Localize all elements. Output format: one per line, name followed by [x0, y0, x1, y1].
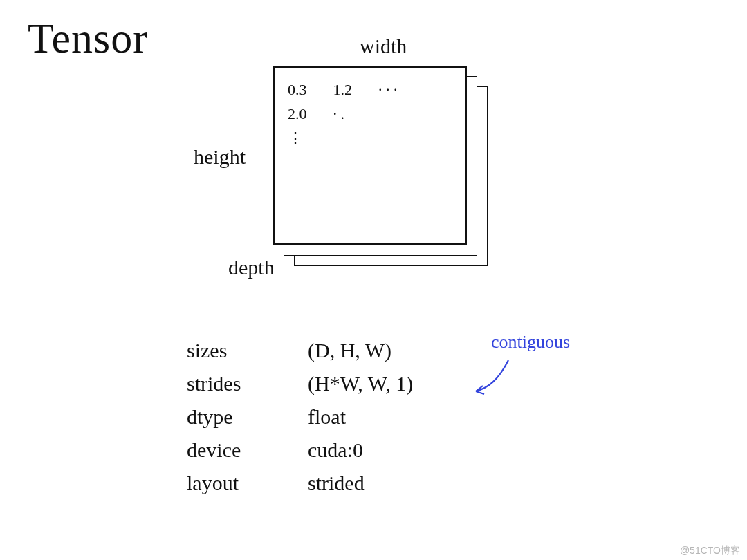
- prop-key: dtype: [187, 405, 308, 429]
- prop-key: sizes: [187, 339, 308, 362]
- prop-strides: strides (H*W, W, 1): [187, 372, 413, 395]
- cell-1-ddots: · .: [333, 102, 375, 126]
- prop-key: layout: [187, 472, 308, 495]
- label-height: height: [194, 145, 246, 169]
- cell-1-0: 2.0: [288, 102, 329, 126]
- label-width: width: [360, 35, 407, 58]
- cell-vdots: ⋮: [288, 126, 329, 150]
- prop-value: float: [308, 405, 346, 429]
- prop-key: device: [187, 438, 308, 462]
- annotation-contiguous: contiguous: [491, 332, 570, 353]
- prop-layout: layout strided: [187, 472, 413, 495]
- prop-device: device cuda:0: [187, 438, 413, 462]
- prop-dtype: dtype float: [187, 405, 413, 429]
- cell-0-1: 1.2: [333, 77, 375, 102]
- prop-value: cuda:0: [308, 438, 363, 462]
- cell-0-0: 0.3: [288, 77, 329, 102]
- annotation-arrow-icon: [470, 357, 519, 398]
- properties-list: sizes (D, H, W) strides (H*W, W, 1) dtyp…: [187, 339, 413, 505]
- tensor-stack: 0.3 1.2 · · · 2.0 · . ⋮: [273, 66, 501, 273]
- prop-sizes: sizes (D, H, W): [187, 339, 413, 362]
- cell-0-ellipsis: · · ·: [378, 77, 420, 102]
- prop-value: (D, H, W): [308, 339, 391, 362]
- tensor-slice-front: 0.3 1.2 · · · 2.0 · . ⋮: [273, 66, 467, 245]
- prop-value: strided: [308, 472, 365, 495]
- prop-key: strides: [187, 372, 308, 395]
- label-depth: depth: [228, 256, 275, 279]
- matrix-values: 0.3 1.2 · · · 2.0 · . ⋮: [288, 77, 420, 151]
- diagram-title: Tensor: [28, 14, 148, 63]
- watermark: @51CTO博客: [680, 545, 740, 557]
- prop-value: (H*W, W, 1): [308, 372, 413, 395]
